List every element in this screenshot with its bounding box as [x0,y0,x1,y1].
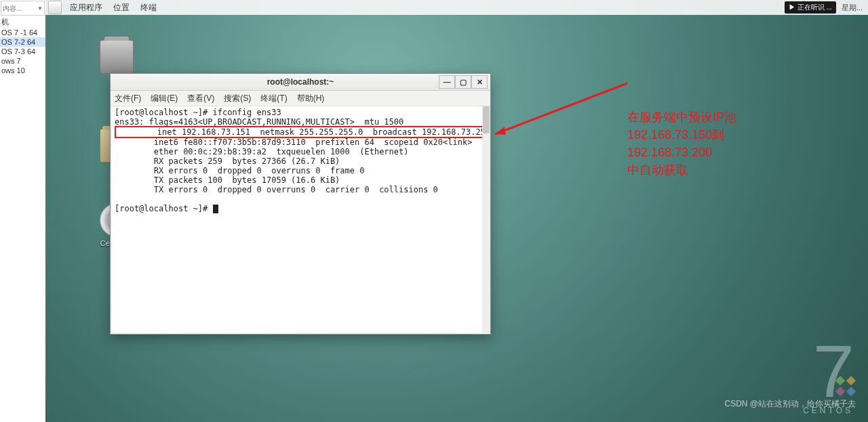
dropdown-icon[interactable]: ▼ [37,5,44,12]
gnome-menubar: 应用程序 位置 终端 ▶ 正在听识 ... 星期... [45,0,868,15]
menu-search[interactable]: 搜索(S) [224,93,251,104]
menu-places[interactable]: 位置 [108,0,135,15]
window-title: root@localhost:~ [267,77,334,87]
term-line: ether 00:0c:29:b8:39:a2 txqueuelen 1000 … [115,147,408,156]
annotation-line: 192.168.73.150到 [627,126,736,144]
term-prompt: [root@localhost ~]# [115,204,213,213]
annotation-line: 中自动获取 [627,161,736,179]
maximize-button[interactable]: ▢ [455,75,471,89]
svg-marker-1 [495,127,506,135]
host-header: 机 [0,16,45,28]
host-item[interactable]: OS 7-3 64 [0,47,45,56]
terminal-window: root@localhost:~ — ▢ ✕ 文件(F) 编辑(E) 查看(V)… [110,73,491,335]
host-item[interactable]: ows 10 [0,66,45,75]
minimize-button[interactable]: — [439,75,455,89]
window-titlebar[interactable]: root@localhost:~ — ▢ ✕ [111,74,490,91]
terminal-scrollbar[interactable] [482,106,490,333]
centos-logo-icon [837,377,854,395]
host-item[interactable]: ows 7 [0,56,45,66]
status-badge[interactable]: ▶ 正在听识 ... [785,1,836,14]
term-line: TX packets 100 bytes 17059 (16.6 KiB) [115,175,340,185]
annotation-arrow [495,77,634,136]
menu-help[interactable]: 帮助(H) [297,93,325,104]
guest-desktop: 应用程序 位置 终端 ▶ 正在听识 ... 星期... 回 主... CentO… [45,0,868,422]
cursor-icon [213,205,218,213]
csdn-watermark: CSDN @站在这别动，给你买橘子去 [724,398,856,410]
host-search-input[interactable] [1,4,31,13]
menu-edit[interactable]: 编辑(E) [151,93,178,104]
annotation-line: 192.168.73.200 [627,144,736,161]
term-line: RX errors 0 dropped 0 overruns 0 frame 0 [115,166,364,175]
host-item[interactable]: OS 7 -1 64 [0,28,45,37]
menu-terminal[interactable]: 终端 [135,0,162,15]
term-line: [root@localhost ~]# ifconfig ens33 [115,108,281,117]
term-line: inet6 fe80::f707:3b5b:87d9:3110 prefixle… [115,138,472,147]
term-line: ens33: flags=4163<UP,BROADCAST,RUNNING,M… [115,117,403,127]
scrollbar-thumb[interactable] [483,106,490,133]
app-icon[interactable] [48,1,62,14]
term-line: TX errors 0 dropped 0 overruns 0 carrier… [115,185,438,194]
highlight-inet-line: inet 192.168.73.151 netmask 255.255.255.… [115,126,489,138]
menu-terminal[interactable]: 终端(T) [260,93,287,104]
clock: 星期... [842,3,863,13]
close-button[interactable]: ✕ [471,75,488,89]
term-line: RX packets 259 bytes 27366 (26.7 KiB) [115,156,340,166]
annotation-text: 在服务端中预设IP池 192.168.73.150到 192.168.73.20… [627,108,736,179]
menu-apps[interactable]: 应用程序 [64,0,108,15]
menu-view[interactable]: 查看(V) [187,93,214,104]
svg-line-0 [495,83,627,134]
host-item[interactable]: OS 7-2 64 [0,37,45,47]
terminal-body[interactable]: [root@localhost ~]# ifconfig ens33 ens33… [112,106,489,333]
host-search[interactable]: ▼ [1,1,45,16]
vm-host-panel: ▼ 机 OS 7 -1 64 OS 7-2 64 OS 7-3 64 ows 7… [0,0,45,422]
menu-file[interactable]: 文件(F) [115,93,141,104]
annotation-line: 在服务端中预设IP池 [627,108,736,126]
terminal-menubar: 文件(F) 编辑(E) 查看(V) 搜索(S) 终端(T) 帮助(H) [111,91,490,106]
